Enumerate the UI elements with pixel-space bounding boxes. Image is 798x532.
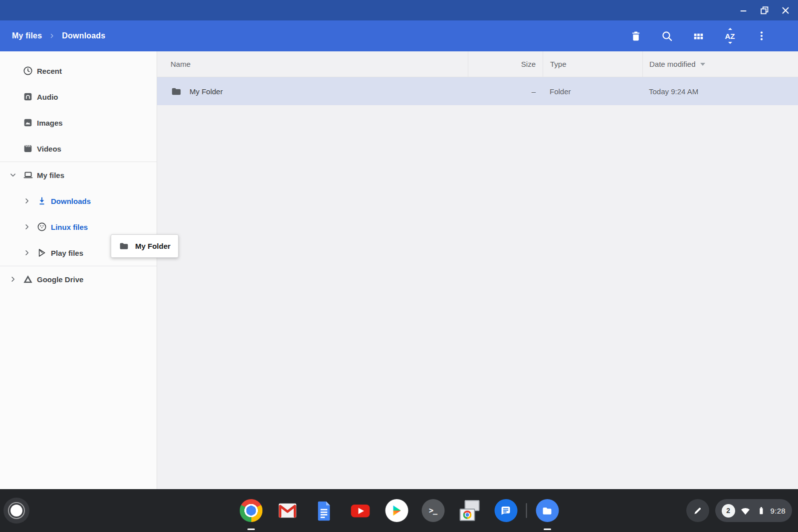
file-list: Name Size Type Date modified My Folder –…: [157, 51, 798, 489]
chevron-right-icon[interactable]: [21, 248, 33, 257]
search-button[interactable]: [651, 20, 683, 51]
more-vertical-icon: [756, 30, 768, 42]
sidebar-item-my-files[interactable]: My files: [0, 162, 157, 188]
launcher-icon: [8, 502, 25, 519]
app-body: Recent Audio Images: [0, 51, 798, 489]
images-icon: [22, 117, 34, 129]
folder-icon: [119, 241, 129, 251]
shelf: >_: [0, 489, 798, 532]
breadcrumb-my-files[interactable]: My files: [12, 31, 42, 40]
chevron-down-icon[interactable]: [7, 171, 19, 179]
folder-icon: [171, 86, 182, 97]
minimize-button[interactable]: [733, 0, 754, 20]
restore-icon: [759, 5, 770, 16]
sort-up-arrow: [728, 28, 732, 30]
notification-badge: 2: [722, 504, 735, 518]
chevron-right-icon[interactable]: [7, 275, 19, 284]
google-play-icon: [36, 247, 48, 259]
terminal-icon: >_: [421, 499, 444, 522]
chevron-right-icon[interactable]: [21, 196, 33, 205]
messages-icon: [494, 499, 517, 522]
toolbar-actions: AZ: [620, 20, 777, 51]
more-options-button[interactable]: [746, 20, 777, 51]
shelf-app-chrome-remote-desktop[interactable]: [451, 489, 488, 532]
sort-down-arrow: [728, 42, 732, 44]
play-store-icon: [385, 499, 408, 522]
minimize-icon: [738, 5, 749, 16]
gmail-icon: [276, 499, 299, 522]
shelf-app-chrome[interactable]: [233, 489, 269, 532]
sort-az-icon: AZ: [723, 28, 738, 43]
search-icon: [661, 30, 673, 42]
window-titlebar: [0, 0, 798, 20]
column-header-date-modified[interactable]: Date modified: [642, 51, 798, 77]
shelf-apps: >_: [233, 489, 566, 532]
sidebar-item-google-drive[interactable]: Google Drive: [0, 266, 157, 292]
laptop-icon: [22, 169, 34, 181]
stylus-pen-icon: [692, 505, 703, 516]
chevron-right-icon[interactable]: [21, 222, 33, 231]
shelf-app-gmail[interactable]: [269, 489, 306, 532]
sidebar-item-images[interactable]: Images: [0, 110, 157, 136]
close-button[interactable]: [775, 0, 796, 20]
breadcrumb-chevron-icon: [49, 33, 55, 39]
files-app-window: My files Downloads: [0, 0, 798, 532]
chrome-remote-desktop-icon: [458, 500, 481, 521]
sidebar: Recent Audio Images: [0, 51, 157, 489]
sidebar-item-audio[interactable]: Audio: [0, 84, 157, 110]
grid-view-button[interactable]: [683, 20, 714, 51]
shelf-app-files[interactable]: [529, 489, 566, 532]
battery-icon: [756, 505, 767, 516]
running-indicator: [544, 529, 551, 530]
file-name: My Folder: [190, 87, 223, 96]
audio-icon: [22, 91, 34, 103]
clock-time: 9:28: [771, 507, 786, 515]
sidebar-item-recent[interactable]: Recent: [0, 58, 157, 84]
sidebar-item-downloads[interactable]: Downloads: [0, 188, 157, 214]
delete-button[interactable]: [620, 20, 651, 51]
column-header-size[interactable]: Size: [468, 51, 543, 77]
breadcrumb-downloads[interactable]: Downloads: [62, 31, 105, 40]
shelf-separator: [526, 503, 527, 518]
shelf-app-play-store[interactable]: [379, 489, 415, 532]
shelf-app-google-docs[interactable]: [306, 489, 342, 532]
file-size: –: [468, 77, 543, 105]
grid-view-icon: [692, 30, 705, 42]
drag-ghost-label: My Folder: [135, 242, 171, 250]
files-toolbar: My files Downloads: [0, 20, 798, 51]
sort-button[interactable]: AZ: [714, 20, 746, 51]
files-app-icon: [536, 499, 559, 522]
sidebar-item-videos[interactable]: Videos: [0, 136, 157, 162]
wifi-icon: [740, 505, 751, 517]
file-list-header: Name Size Type Date modified: [157, 51, 798, 77]
restore-button[interactable]: [754, 0, 775, 20]
file-date-modified: Today 9:24 AM: [642, 77, 798, 105]
download-icon: [36, 195, 48, 207]
shelf-app-youtube[interactable]: [342, 489, 379, 532]
google-drive-icon: [22, 273, 34, 285]
status-tray[interactable]: 2 9:28: [715, 499, 792, 522]
shelf-status-area: 2 9:28: [686, 499, 792, 522]
google-docs-icon: [313, 500, 335, 522]
linux-penguin-icon: [36, 221, 48, 233]
file-type: Folder: [543, 77, 642, 105]
breadcrumb: My files Downloads: [12, 31, 105, 40]
trash-icon: [630, 30, 642, 42]
stylus-tools-button[interactable]: [686, 499, 709, 522]
column-header-name[interactable]: Name: [157, 51, 468, 77]
launcher-button[interactable]: [3, 498, 29, 524]
shelf-app-terminal[interactable]: >_: [415, 489, 451, 532]
youtube-icon: [348, 499, 372, 523]
sort-direction-icon: [700, 63, 705, 66]
videos-icon: [22, 143, 34, 155]
recent-clock-icon: [22, 65, 34, 77]
drag-ghost-my-folder[interactable]: My Folder: [111, 234, 179, 258]
shelf-app-messages[interactable]: [488, 489, 524, 532]
running-indicator: [247, 529, 255, 530]
chrome-icon: [239, 499, 262, 522]
close-icon: [780, 5, 791, 16]
file-row-my-folder[interactable]: My Folder – Folder Today 9:24 AM: [157, 77, 798, 105]
column-header-type[interactable]: Type: [543, 51, 642, 77]
